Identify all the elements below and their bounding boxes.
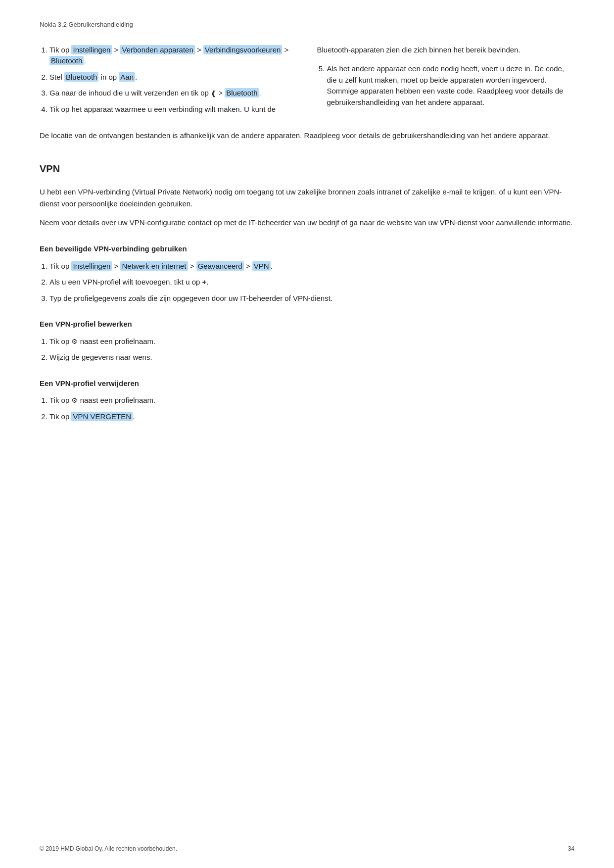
s1-step1-arr3: > bbox=[244, 262, 252, 270]
step1-text1: Tik op bbox=[49, 46, 71, 54]
header-title: Nokia 3.2 Gebruikershandleiding bbox=[40, 21, 133, 28]
s1-step1-h1: Instellingen bbox=[71, 261, 112, 271]
step1-arrow2: > bbox=[195, 46, 203, 54]
bluetooth-step-3: Ga naar de inhoud die u wilt verzenden e… bbox=[49, 88, 297, 99]
s1-step2-end: . bbox=[206, 278, 208, 286]
bluetooth-step-4: Tik op het apparaat waarmee u een verbin… bbox=[49, 104, 297, 115]
bluetooth-steps-left: Tik op Instellingen > Verbonden apparate… bbox=[40, 45, 297, 115]
vpn-subsection1-steps: Tik op Instellingen > Netwerk en interne… bbox=[40, 261, 574, 304]
step2-highlight-aan: Aan bbox=[119, 72, 135, 82]
s1-step1-h2: Netwerk en internet bbox=[120, 261, 188, 271]
s1-step1-period: . bbox=[271, 262, 273, 270]
page-footer: © 2019 HMD Global Oy. Alle rechten voorb… bbox=[40, 844, 574, 853]
step1-highlight-instellingen: Instellingen bbox=[71, 45, 112, 54]
vpn-subsection3-steps: Tik op ⚙ naast een profielnaam. Tik op V… bbox=[40, 395, 574, 422]
footer-copyright: © 2019 HMD Global Oy. Alle rechten voorb… bbox=[40, 844, 177, 853]
vpn-subsection3-title: Een VPN-profiel verwijderen bbox=[40, 378, 574, 389]
bluetooth-step-2: Stel Bluetooth in op Aan. bbox=[49, 72, 297, 83]
gear-icon-2: ⚙ bbox=[71, 396, 78, 404]
bluetooth-steps-right: Als het andere apparaat een code nodig h… bbox=[317, 63, 575, 108]
step2-text1: Stel bbox=[49, 73, 64, 81]
step4-text: Tik op het apparaat waarmee u een verbin… bbox=[49, 105, 276, 113]
plus-icon: + bbox=[202, 278, 207, 286]
step3-highlight-bluetooth: Bluetooth bbox=[225, 88, 259, 97]
gear-icon-1: ⚙ bbox=[71, 338, 78, 345]
bluetooth-two-col: Tik op Instellingen > Verbonden apparate… bbox=[40, 45, 574, 120]
s3-step1-before: Tik op bbox=[49, 396, 69, 404]
vpn-subsection2-steps: Tik op ⚙ naast een profielnaam. Wijzig d… bbox=[40, 336, 574, 363]
s1-step1-arr1: > bbox=[112, 262, 120, 270]
bluetooth-right-col: Bluetooth-apparaten zien die zich binnen… bbox=[317, 45, 575, 120]
vpn-intro1: U hebt een VPN-verbinding (Virtual Priva… bbox=[40, 186, 574, 210]
step1-highlight-bluetooth: Bluetooth bbox=[49, 56, 84, 65]
vpn-s2-step2: Wijzig de gegevens naar wens. bbox=[49, 352, 574, 363]
s3-step1-after: naast een profielnaam. bbox=[80, 396, 156, 404]
bluetooth-note: De locatie van de ontvangen bestanden is… bbox=[40, 130, 574, 142]
step2-highlight-bluetooth: Bluetooth bbox=[64, 72, 98, 82]
vpn-intro2: Neem voor details over uw VPN-configurat… bbox=[40, 217, 574, 229]
step2-period: . bbox=[135, 73, 137, 81]
vpn-s3-step1: Tik op ⚙ naast een profielnaam. bbox=[49, 395, 574, 406]
s3-step2-before: Tik op bbox=[49, 412, 69, 421]
vpn-s2-step1: Tik op ⚙ naast een profielnaam. bbox=[49, 336, 574, 347]
s3-step2-highlight: VPN VERGETEN bbox=[71, 412, 133, 421]
bluetooth-step-1: Tik op Instellingen > Verbonden apparate… bbox=[49, 45, 297, 67]
bluetooth-right-p1: Bluetooth-apparaten zien die zich binnen… bbox=[317, 45, 575, 56]
footer-page-number: 34 bbox=[568, 844, 574, 853]
step1-period: . bbox=[84, 56, 86, 65]
step1-arrow1: > bbox=[112, 46, 120, 54]
s2-step1-after: naast een profielnaam. bbox=[80, 337, 156, 345]
vpn-subsection2-title: Een VPN-profiel bewerken bbox=[40, 319, 574, 330]
s3-step2-end: . bbox=[133, 412, 135, 421]
vpn-section: VPN U hebt een VPN-verbinding (Virtual P… bbox=[40, 161, 574, 422]
vpn-subsection1-title: Een beveiligde VPN-verbinding gebruiken bbox=[40, 243, 574, 255]
s1-step2-text: Als u een VPN-profiel wilt toevoegen, ti… bbox=[49, 278, 200, 286]
step2-text2: in op bbox=[98, 73, 119, 81]
step1-arrow3: > bbox=[282, 46, 288, 54]
s2-step1-before: Tik op bbox=[49, 337, 69, 345]
step1-highlight-verbindingen: Verbindingsvoorkeuren bbox=[203, 45, 282, 54]
share-icon: ❰ bbox=[211, 90, 216, 97]
s1-step1-h3: Geavanceerd bbox=[196, 261, 244, 271]
s1-step1-arr2: > bbox=[188, 262, 196, 270]
bluetooth-step-5: Als het andere apparaat een code nodig h… bbox=[327, 63, 575, 108]
step3-period: . bbox=[259, 89, 261, 97]
step3-arrow: > bbox=[216, 89, 225, 97]
vpn-s1-step2: Als u een VPN-profiel wilt toevoegen, ti… bbox=[49, 277, 574, 288]
vpn-s1-step3: Typ de profielgegevens zoals die zijn op… bbox=[49, 293, 574, 304]
page-header: Nokia 3.2 Gebruikershandleiding bbox=[40, 20, 574, 30]
vpn-s1-step1: Tik op Instellingen > Netwerk en interne… bbox=[49, 261, 574, 272]
vpn-title: VPN bbox=[40, 161, 574, 176]
vpn-s3-step2: Tik op VPN VERGETEN. bbox=[49, 411, 574, 423]
bluetooth-left-col: Tik op Instellingen > Verbonden apparate… bbox=[40, 45, 297, 120]
step3-text1: Ga naar de inhoud die u wilt verzenden e… bbox=[49, 89, 211, 97]
s1-step1-h4: VPN bbox=[252, 261, 271, 271]
step1-highlight-verbonden: Verbonden apparaten bbox=[120, 45, 194, 54]
s1-step1-text1: Tik op bbox=[49, 262, 71, 270]
